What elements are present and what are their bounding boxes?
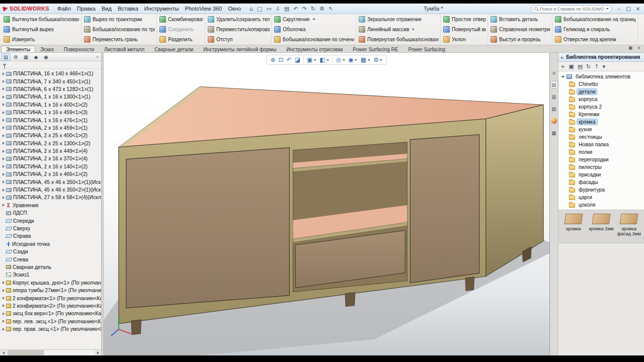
ribbon-button-зеркальное-отражение[interactable]: Зеркальное отражение	[358, 15, 439, 24]
tree-item[interactable]: ПЛАСТИНА, 2 x 16 x 459<1>(1)	[0, 124, 101, 132]
library-folder-корпуса[interactable]: корпуса	[558, 96, 644, 103]
library-item-кромка[interactable]: кромка	[559, 214, 587, 231]
help-search-box[interactable]	[531, 5, 612, 13]
tree-item[interactable]: ПЛАСТИНА, 6 x 473 x 1282<1>(1)	[0, 85, 101, 93]
tab-инструменты-литейной-формы[interactable]: Инструменты литейной формы	[198, 46, 281, 52]
tab-элементы[interactable]: Элементы	[1, 46, 35, 52]
expand-arrow-icon[interactable]	[3, 119, 5, 122]
menu-photoview-360[interactable]: PhotoView 360	[182, 5, 225, 13]
collapse-pane-button[interactable]: «	[560, 54, 564, 60]
library-folder-фасады[interactable]: фасады	[558, 178, 644, 186]
ribbon-button-геликоид-и-спираль[interactable]: Геликоид и спираль	[554, 25, 636, 34]
tree-item[interactable]: ПЛАСТИНА, 45 x 46 x 350<1>(1)(Иск	[0, 178, 101, 186]
tab-сварные-детали[interactable]: Сварные детали	[149, 46, 198, 52]
propertymanager-tab-icon[interactable]: ⚙	[11, 53, 21, 61]
view-palette-icon[interactable]: ▧	[550, 105, 558, 113]
refresh-icon[interactable]: ↻	[586, 63, 591, 70]
cabinet-leg[interactable]	[131, 320, 141, 335]
library-item-кромка-2мм[interactable]: кромка 2мм	[587, 214, 615, 231]
tab-инструменты-отрисовки[interactable]: Инструменты отрисовки	[281, 46, 348, 52]
tab-листовой-металл[interactable]: Листовой металл	[99, 46, 149, 52]
close-document-icon[interactable]: ×	[635, 45, 642, 50]
redo-icon[interactable]: ↷	[300, 5, 308, 13]
appearances-icon[interactable]	[550, 117, 558, 125]
ribbon-button-отступ[interactable]: Отступ	[207, 35, 270, 44]
tree-item[interactable]: ЛДСП	[0, 209, 101, 217]
library-folder-перегородки[interactable]: перегородки	[558, 156, 644, 163]
search-input[interactable]	[540, 7, 604, 12]
library-folder-кромка[interactable]: кромка	[558, 118, 644, 126]
add-to-library-icon[interactable]: +	[560, 63, 565, 70]
library-folder-лестницы[interactable]: лестницы	[558, 133, 644, 141]
collapse-caret-icon[interactable]	[561, 76, 565, 78]
library-folder-пилястры[interactable]: пилястры	[558, 163, 644, 171]
tree-item[interactable]: Сзади	[0, 248, 101, 255]
menu-файл[interactable]: Файл	[54, 5, 74, 13]
hide-show-items-icon[interactable]: ◎	[335, 56, 346, 64]
menu-вставка[interactable]: Вставка	[115, 5, 141, 13]
ribbon-button-отверстие-под-крепеж[interactable]: Отверстие под крепеж	[554, 35, 636, 44]
cabinet-leg[interactable]	[465, 277, 474, 291]
ribbon-button-справочная-геометрия[interactable]: Справочная геометрия	[490, 25, 550, 34]
tree-item[interactable]: эксц бок верх<1> (По умолчанию<Как о	[0, 310, 101, 317]
expand-arrow-icon[interactable]	[3, 134, 5, 137]
library-folder-кухня[interactable]: кухня	[558, 126, 644, 133]
expand-arrow-icon[interactable]	[3, 80, 5, 83]
library-item-кромка-фасад-2мм[interactable]: кромка фасад 2мм	[615, 214, 643, 237]
tree-item[interactable]: Спереди	[0, 217, 101, 224]
tree-item[interactable]: ПЛАСТИНА, 2 x 16 x 140<1>(2)	[0, 163, 101, 170]
ribbon-button-скомбинировать-тела[interactable]: Скомбинировать тела	[158, 15, 203, 24]
expand-arrow-icon[interactable]	[3, 320, 5, 323]
menu-инструменты[interactable]: Инструменты	[141, 5, 182, 13]
library-root-item[interactable]: библиотека элементов	[558, 73, 644, 80]
dropdown-caret-icon[interactable]	[412, 29, 415, 30]
ribbon-button-повернутый-вырез[interactable]: Повернутый вырез	[442, 25, 486, 34]
ribbon-button-линейный-массив[interactable]: Линейный массив	[358, 25, 439, 34]
tree-filter-row[interactable]	[0, 61, 101, 69]
ribbon-button-переместить-копировать-тела[interactable]: Переместить/копировать тела	[207, 25, 270, 34]
manager-tabs-overflow[interactable]: »	[96, 54, 100, 59]
tree-horizontal-scrollbar[interactable]	[0, 349, 101, 355]
tree-item[interactable]: Сверху	[0, 225, 101, 232]
expand-arrow-icon[interactable]	[3, 96, 5, 99]
library-folder-присадки[interactable]: присадки	[558, 171, 644, 178]
tree-item[interactable]: пер. прав. эксц.<1> (По умолчанию<Как	[0, 325, 101, 333]
undo-icon[interactable]: ↶	[292, 5, 299, 13]
tree-item[interactable]: ПЛАСТИНА, 27 x 58 x 58<1>(4)(Искл	[0, 194, 101, 201]
ribbon-button-бобышка-основание-на-границе[interactable]: Бобышка/основание на границе	[554, 15, 636, 24]
zoom-to-area-icon[interactable]: ⊡	[277, 56, 284, 64]
ribbon-button-удалить-сохранить-тело[interactable]: Удалить/сохранить тело	[207, 15, 270, 24]
configurationmanager-tab-icon[interactable]: ▦	[21, 53, 31, 61]
tab-power-surfacing-re[interactable]: Power Surfacing RE	[348, 46, 403, 52]
menu-окно[interactable]: Окно	[225, 5, 244, 13]
expand-arrow-icon[interactable]	[3, 142, 5, 145]
select-cursor-icon[interactable]: ↖	[327, 5, 335, 13]
expand-arrow-icon[interactable]	[3, 304, 5, 307]
expand-arrow-icon[interactable]	[3, 312, 5, 315]
library-folder-новая-папка[interactable]: Новая папка	[558, 141, 644, 148]
move-up-icon[interactable]: ↑	[594, 63, 599, 70]
expand-arrow-icon[interactable]	[3, 297, 5, 300]
tree-item[interactable]: ПЛАСТИНА, 1 x 16 x 1300<1>(1)	[0, 93, 101, 101]
tree-item[interactable]: ПЛАСТИНА, 1 x 16 x 400<1>(2)	[0, 101, 101, 109]
previous-view-icon[interactable]: ↶	[285, 56, 292, 64]
tree-item[interactable]: ПЛАСТИНА, 2 x 25 x 1300<1>(2)	[0, 140, 101, 147]
new-document-icon[interactable]: □	[256, 5, 264, 13]
restore-document-icon[interactable]: ▣	[627, 45, 634, 50]
dimxpert-tab-icon[interactable]: ◆	[31, 53, 41, 61]
ribbon-button-вытянутый-вырез[interactable]: Вытянутый вырез	[3, 25, 79, 34]
dropdown-caret-icon[interactable]	[312, 19, 315, 20]
tab-power-surfacing[interactable]: Power Surfacing	[403, 46, 450, 52]
section-view-icon[interactable]: ◪	[294, 56, 301, 64]
ribbon-button-переместить-грань[interactable]: Переместить грань	[83, 35, 155, 44]
add-file-location-icon[interactable]: ▣	[569, 63, 574, 70]
library-folder-корпуса-2[interactable]: корпуса 2	[558, 103, 644, 111]
expand-arrow-icon[interactable]	[3, 204, 5, 207]
tree-item[interactable]: Справа	[0, 232, 101, 240]
tree-item[interactable]: 2 конфирмата<1> (По умолчанию<Как о	[0, 294, 101, 302]
maximize-button[interactable]: □	[624, 5, 633, 13]
expand-arrow-icon[interactable]	[3, 196, 5, 199]
ribbon-button-вставить-деталь[interactable]: Вставить деталь	[490, 15, 550, 24]
create-palette-icon[interactable]: ▤	[578, 63, 583, 70]
scrollbar-track[interactable]	[7, 350, 95, 355]
